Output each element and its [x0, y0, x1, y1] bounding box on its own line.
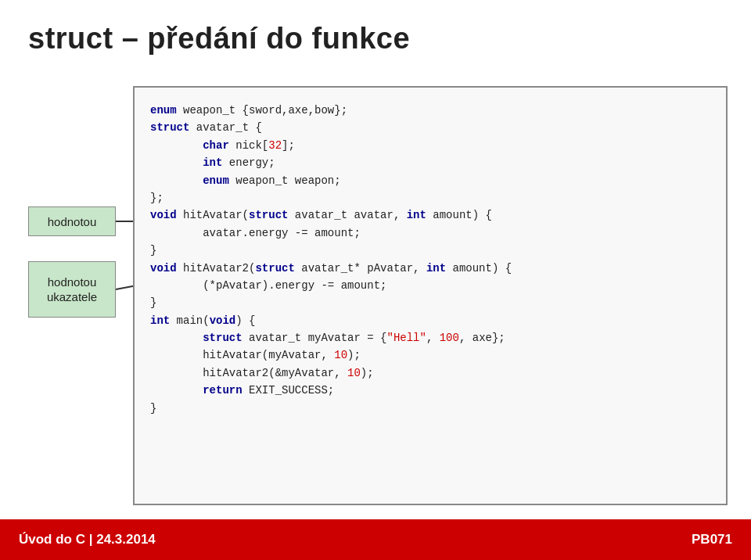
code-line: } — [150, 294, 710, 311]
footer-course: Úvod do C | 24.3.2014 — [19, 532, 156, 547]
code-line: hitAvatar2(&myAvatar, 10); — [150, 364, 710, 382]
code-line: enum weapon_t {sword,axe,bow}; — [150, 102, 710, 119]
code-line: avatar.energy -= amount; — [150, 224, 710, 242]
code-block: enum weapon_t {sword,axe,bow};struct ava… — [133, 86, 728, 505]
code-line: enum weapon_t weapon; — [150, 172, 710, 189]
code-line: int main(void) { — [150, 312, 710, 329]
code-line: hitAvatar(myAvatar, 10); — [150, 346, 710, 364]
code-line: } — [150, 400, 710, 417]
annotation-hodnotou: hodnotou — [28, 206, 116, 236]
footer-code: PB071 — [692, 532, 732, 547]
footer: Úvod do C | 24.3.2014 PB071 — [0, 519, 751, 560]
code-line: }; — [150, 189, 710, 206]
code-line: void hitAvatar(struct avatar_t avatar, i… — [150, 206, 710, 224]
code-line: return EXIT_SUCCESS; — [150, 382, 710, 399]
code-line: struct avatar_t { — [150, 119, 710, 136]
code-line: void hitAvatar2(struct avatar_t* pAvatar… — [150, 260, 710, 277]
annotation-hodnotou-label: hodnotou — [48, 215, 97, 228]
code-line: int energy; — [150, 154, 710, 171]
slide-title: struct – předání do funkce — [28, 22, 410, 56]
code-line: } — [150, 242, 710, 259]
annotation-hodnotou-ukazatele-label: hodnotou ukazatele — [47, 275, 97, 305]
code-line: struct avatar_t myAvatar = {"Hell", 100,… — [150, 329, 710, 346]
code-line: char nick[32]; — [150, 137, 710, 154]
code-line: (*pAvatar).energy -= amount; — [150, 277, 710, 294]
annotation-hodnotou-ukazatele: hodnotou ukazatele — [28, 261, 116, 318]
code-content: enum weapon_t {sword,axe,bow};struct ava… — [150, 102, 710, 417]
